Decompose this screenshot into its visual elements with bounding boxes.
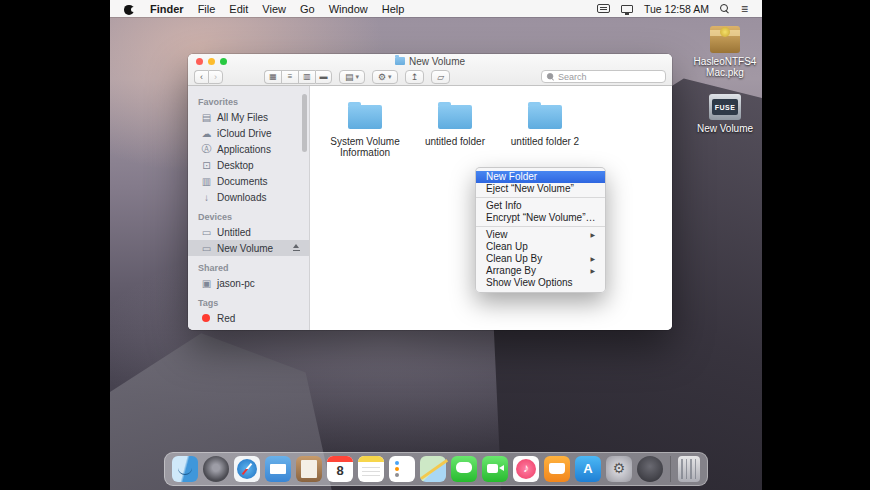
finder-dock-icon[interactable] — [172, 456, 198, 482]
menu-go[interactable]: Go — [300, 3, 315, 15]
desktop-background[interactable]: Finder File Edit View Go Window Help Tue… — [110, 0, 762, 490]
messages-dock-icon[interactable] — [451, 456, 477, 482]
menu-item-label: Encrypt “New Volume”… — [486, 212, 595, 224]
sidebar-item-label: Red — [217, 313, 235, 324]
sidebar-item-jason-pc[interactable]: ▣ jason-pc — [188, 275, 309, 291]
window-title: New Volume — [409, 56, 465, 67]
window-header[interactable]: New Volume ‹ › ▦ ≡ ▥ ▬ ▤ ▾ ⚙ — [188, 54, 672, 86]
file-untitled-folder-2[interactable]: untitled folder 2 — [504, 105, 586, 158]
sidebar-item-downloads[interactable]: ↓ Downloads — [188, 189, 309, 205]
spotlight-search-icon[interactable] — [720, 4, 730, 14]
context-menu-get-info[interactable]: Get Info — [476, 200, 605, 212]
list-view-button[interactable]: ≡ — [281, 70, 298, 84]
share-button[interactable]: ↥ — [405, 70, 425, 84]
dark-circle-app-dock-icon[interactable] — [637, 456, 663, 482]
mail-dock-icon[interactable] — [265, 456, 291, 482]
sidebar-scrollbar[interactable] — [302, 94, 307, 152]
drive-icon: ▭ — [201, 227, 212, 238]
contacts-dock-icon[interactable] — [296, 456, 322, 482]
dock-separator — [670, 456, 671, 482]
all-my-files-icon: ▤ — [201, 112, 212, 123]
menu-item-label: View — [486, 229, 508, 241]
submenu-arrow-icon: ▶ — [590, 229, 595, 241]
context-menu-view[interactable]: View ▶ — [476, 229, 605, 241]
displays-menu-icon[interactable] — [621, 5, 633, 13]
sidebar-item-label: Orange — [217, 329, 250, 331]
menu-edit[interactable]: Edit — [229, 3, 248, 15]
launchpad-dock-icon[interactable] — [203, 456, 229, 482]
notification-center-icon[interactable]: ≡ — [741, 4, 748, 14]
itunes-dock-icon[interactable]: ♪ — [513, 456, 539, 482]
sidebar-item-label: Documents — [217, 176, 268, 187]
zoom-button[interactable] — [220, 58, 227, 65]
sidebar-item-all-my-files[interactable]: ▤ All My Files — [188, 109, 309, 125]
menu-help[interactable]: Help — [382, 3, 405, 15]
documents-icon: ▥ — [201, 176, 212, 187]
context-menu-eject[interactable]: Eject “New Volume” — [476, 183, 605, 195]
sidebar-item-untitled[interactable]: ▭ Untitled — [188, 224, 309, 240]
app-store-a-icon: A — [575, 461, 601, 476]
coverflow-view-button[interactable]: ▬ — [315, 70, 332, 84]
back-button[interactable]: ‹ — [194, 70, 208, 84]
menu-separator — [476, 226, 605, 227]
menu-window[interactable]: Window — [329, 3, 368, 15]
safari-dock-icon[interactable] — [234, 456, 260, 482]
facetime-dock-icon[interactable] — [482, 456, 508, 482]
minimize-button[interactable] — [208, 58, 215, 65]
trash-dock-icon[interactable] — [678, 456, 700, 482]
context-menu-arrange-by[interactable]: Arrange By ▶ — [476, 265, 605, 277]
eject-icon[interactable] — [292, 244, 301, 252]
search-field — [541, 70, 666, 83]
sidebar-item-label: jason-pc — [217, 278, 255, 289]
app-store-dock-icon[interactable]: A — [575, 456, 601, 482]
desktop-icon-new-volume[interactable]: FUSE New Volume — [693, 94, 757, 134]
action-gear-button[interactable]: ⚙ ▾ — [372, 70, 398, 84]
desktop-icon-pkg[interactable]: HasleoNTFS4Mac.pkg — [693, 26, 757, 78]
sidebar-item-label: Downloads — [217, 192, 266, 203]
sidebar-item-label: All My Files — [217, 112, 268, 123]
search-input[interactable] — [558, 72, 661, 82]
sidebar-item-new-volume[interactable]: ▭ New Volume — [188, 240, 309, 256]
sidebar-item-desktop[interactable]: ⊡ Desktop — [188, 157, 309, 173]
forward-button[interactable]: › — [208, 70, 223, 84]
submenu-arrow-icon: ▶ — [590, 265, 595, 277]
file-system-volume-information[interactable]: System Volume Information — [324, 105, 406, 158]
downloads-icon: ↓ — [201, 192, 212, 203]
sidebar-item-applications[interactable]: Ⓐ Applications — [188, 141, 309, 157]
menu-view[interactable]: View — [262, 3, 286, 15]
menu-clock[interactable]: Tue 12:58 AM — [644, 3, 709, 15]
menu-file[interactable]: File — [198, 3, 216, 15]
system-preferences-dock-icon[interactable]: ⚙ — [606, 456, 632, 482]
reminders-dock-icon[interactable] — [389, 456, 415, 482]
file-untitled-folder[interactable]: untitled folder — [414, 105, 496, 158]
context-menu-new-folder[interactable]: New Folder — [476, 171, 605, 183]
desktop-icon: ⊡ — [201, 160, 212, 171]
sidebar-item-tag-red[interactable]: Red — [188, 310, 309, 326]
file-label: untitled folder 2 — [511, 136, 579, 147]
sidebar-item-tag-orange[interactable]: Orange — [188, 326, 309, 330]
icon-view-button[interactable]: ▦ — [264, 70, 281, 84]
tags-button[interactable]: ▱ — [431, 70, 450, 84]
chevron-down-icon: ▾ — [388, 73, 392, 81]
column-view-button[interactable]: ▥ — [298, 70, 315, 84]
file-label: System Volume Information — [326, 136, 404, 158]
keyboard-input-menu-icon[interactable] — [597, 4, 610, 13]
context-menu-encrypt[interactable]: Encrypt “New Volume”… — [476, 212, 605, 224]
close-button[interactable] — [196, 58, 203, 65]
context-menu-clean-up[interactable]: Clean Up — [476, 241, 605, 253]
context-menu-show-view-options[interactable]: Show View Options — [476, 277, 605, 289]
notes-dock-icon[interactable] — [358, 456, 384, 482]
calendar-dock-icon[interactable]: 8 — [327, 456, 353, 482]
sidebar-item-documents[interactable]: ▥ Documents — [188, 173, 309, 189]
menu-item-label: Eject “New Volume” — [486, 183, 574, 195]
menu-bar: Finder File Edit View Go Window Help Tue… — [110, 0, 762, 17]
sidebar-item-icloud-drive[interactable]: ☁ iCloud Drive — [188, 125, 309, 141]
apple-logo-icon[interactable] — [124, 3, 134, 15]
arrange-button[interactable]: ▤ ▾ — [339, 70, 365, 84]
sidebar-item-label: Untitled — [217, 227, 251, 238]
ibooks-dock-icon[interactable] — [544, 456, 570, 482]
context-menu-clean-up-by[interactable]: Clean Up By ▶ — [476, 253, 605, 265]
maps-dock-icon[interactable] — [420, 456, 446, 482]
sidebar-item-label: Applications — [217, 144, 271, 155]
menu-finder[interactable]: Finder — [150, 3, 184, 15]
